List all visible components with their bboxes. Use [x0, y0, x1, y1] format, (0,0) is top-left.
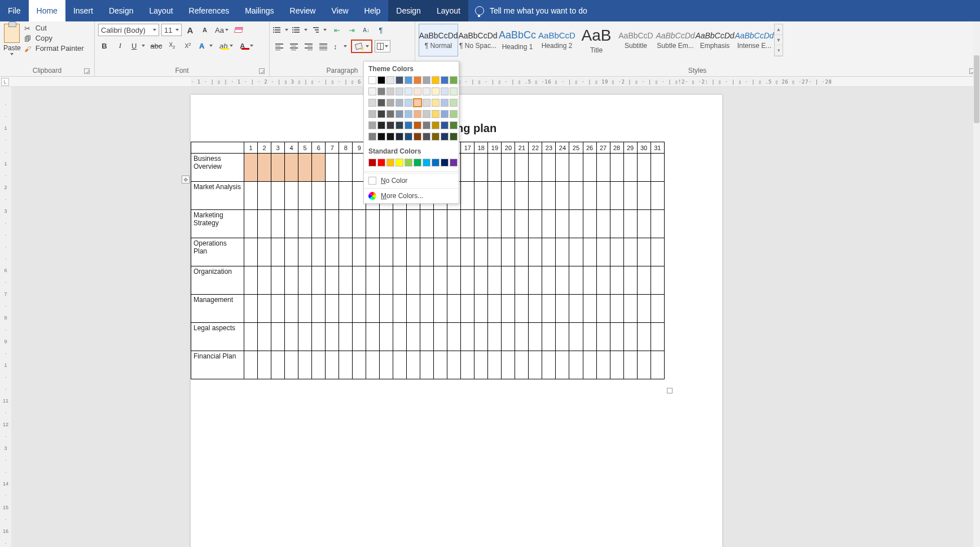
- color-swatch[interactable]: [414, 110, 421, 118]
- borders-button[interactable]: [375, 40, 390, 52]
- table-cell[interactable]: [596, 154, 610, 182]
- color-swatch[interactable]: [414, 99, 421, 107]
- color-swatch[interactable]: [405, 133, 412, 141]
- table-cell[interactable]: [583, 210, 596, 238]
- table-cell[interactable]: [488, 210, 502, 238]
- table-cell[interactable]: [271, 182, 285, 210]
- day-header[interactable]: 19: [488, 142, 502, 154]
- align-right-button[interactable]: [302, 40, 315, 52]
- day-header[interactable]: 7: [326, 142, 339, 154]
- color-swatch[interactable]: [441, 76, 449, 84]
- table-cell[interactable]: [610, 210, 623, 238]
- tab-layout[interactable]: Layout: [142, 0, 181, 21]
- table-cell[interactable]: [502, 210, 515, 238]
- table-cell[interactable]: [502, 266, 515, 295]
- day-header[interactable]: 23: [542, 142, 556, 154]
- table-cell[interactable]: [596, 351, 610, 379]
- style-subtle-em-[interactable]: AaBbCcDdSubtle Em...: [656, 24, 695, 56]
- clear-formatting-button[interactable]: [232, 24, 245, 36]
- table-cell[interactable]: [515, 323, 529, 351]
- table-cell[interactable]: [407, 323, 420, 351]
- row-header[interactable]: Management: [191, 295, 244, 323]
- color-swatch[interactable]: [414, 76, 421, 84]
- table-cell[interactable]: [542, 154, 556, 182]
- style-heading-1[interactable]: AaBbCcHeading 1: [498, 24, 537, 56]
- table-cell[interactable]: [596, 238, 610, 266]
- color-swatch[interactable]: [386, 159, 394, 167]
- table-cell[interactable]: [474, 210, 488, 238]
- color-swatch[interactable]: [395, 110, 403, 118]
- table-cell[interactable]: [258, 351, 271, 379]
- table-cell[interactable]: [366, 238, 380, 266]
- table-cell[interactable]: [502, 238, 515, 266]
- table-cell[interactable]: [447, 238, 461, 266]
- table-cell[interactable]: [244, 295, 258, 323]
- table-cell[interactable]: [556, 210, 569, 238]
- color-swatch[interactable]: [450, 87, 458, 95]
- color-swatch[interactable]: [377, 159, 385, 167]
- table-cell[interactable]: [298, 210, 312, 238]
- table-cell[interactable]: [651, 238, 664, 266]
- table-cell[interactable]: [285, 323, 298, 351]
- color-swatch[interactable]: [405, 99, 412, 107]
- day-header[interactable]: 26: [583, 142, 596, 154]
- shading-button[interactable]: [351, 40, 372, 53]
- table-cell[interactable]: [583, 351, 596, 379]
- table-cell[interactable]: [353, 351, 366, 379]
- table-cell[interactable]: [529, 295, 542, 323]
- table-cell[interactable]: [380, 323, 393, 351]
- table-cell[interactable]: [474, 154, 488, 182]
- table-cell[interactable]: [420, 210, 434, 238]
- table-cell[interactable]: [461, 351, 474, 379]
- font-color-button[interactable]: A: [238, 40, 255, 52]
- table-cell[interactable]: [542, 351, 556, 379]
- table-cell[interactable]: [556, 295, 569, 323]
- table-cell[interactable]: [339, 266, 353, 295]
- no-color-option[interactable]: No Color: [364, 173, 459, 188]
- table-cell[interactable]: [312, 154, 326, 182]
- tab-review[interactable]: Review: [282, 0, 324, 21]
- color-swatch[interactable]: [368, 110, 376, 118]
- color-swatch[interactable]: [405, 159, 412, 167]
- change-case-button[interactable]: Aa: [213, 24, 230, 36]
- color-swatch[interactable]: [377, 76, 385, 84]
- align-left-button[interactable]: [273, 40, 285, 52]
- canvas[interactable]: marketing plan 1234567891011121314151617…: [11, 87, 980, 547]
- table-cell[interactable]: [312, 238, 326, 266]
- tab-insert[interactable]: Insert: [65, 0, 101, 21]
- table-cell[interactable]: [637, 266, 651, 295]
- table-cell[interactable]: [326, 295, 339, 323]
- color-swatch[interactable]: [386, 133, 394, 141]
- table-cell[interactable]: [637, 295, 651, 323]
- table-cell[interactable]: [312, 182, 326, 210]
- table-cell[interactable]: [502, 323, 515, 351]
- color-swatch[interactable]: [386, 76, 394, 84]
- table-cell[interactable]: [502, 154, 515, 182]
- table-cell[interactable]: [610, 182, 623, 210]
- table-cell[interactable]: [515, 351, 529, 379]
- table-cell[interactable]: [258, 154, 271, 182]
- table-cell[interactable]: [353, 295, 366, 323]
- day-header[interactable]: 22: [529, 142, 542, 154]
- style-subtitle[interactable]: AaBbCcDSubtitle: [616, 24, 656, 56]
- table-cell[interactable]: [271, 295, 285, 323]
- table-cell[interactable]: [326, 210, 339, 238]
- color-swatch[interactable]: [368, 121, 376, 129]
- color-swatch[interactable]: [441, 99, 449, 107]
- color-swatch[interactable]: [423, 133, 430, 141]
- table-cell[interactable]: [529, 266, 542, 295]
- color-swatch[interactable]: [414, 121, 421, 129]
- table-cell[interactable]: [542, 266, 556, 295]
- table-cell[interactable]: [393, 351, 407, 379]
- table-cell[interactable]: [407, 238, 420, 266]
- tabletools-layout[interactable]: Layout: [429, 0, 468, 21]
- table-cell[interactable]: [298, 266, 312, 295]
- table-cell[interactable]: [623, 154, 637, 182]
- table-cell[interactable]: [298, 295, 312, 323]
- color-swatch[interactable]: [432, 133, 440, 141]
- table-cell[interactable]: [353, 210, 366, 238]
- color-swatch[interactable]: [368, 99, 376, 107]
- table-cell[interactable]: [488, 351, 502, 379]
- color-swatch[interactable]: [377, 110, 385, 118]
- table-cell[interactable]: [407, 351, 420, 379]
